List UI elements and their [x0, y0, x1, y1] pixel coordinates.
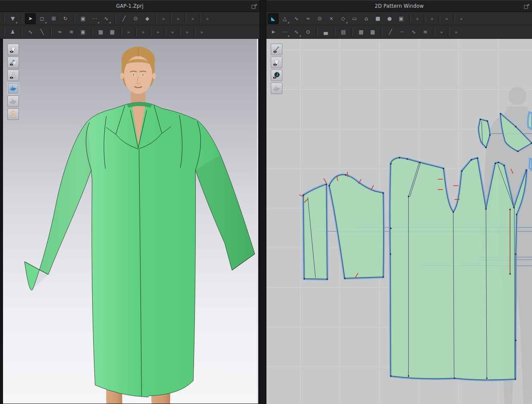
overflow-3d-1-button[interactable]: »: [160, 13, 167, 24]
show-pattern-info-button[interactable]: i: [271, 69, 282, 81]
transform-pattern-button[interactable]: ◣: [268, 13, 279, 24]
surface-textured-button[interactable]: [7, 82, 19, 94]
detect-sewing-button[interactable]: ⊙: [303, 27, 313, 38]
edit-pattern-button[interactable]: △: [279, 13, 290, 24]
show-fabric-2d-button[interactable]: [271, 82, 282, 94]
show-garment-2d-button[interactable]: [271, 57, 282, 68]
overflow-2d-3-button[interactable]: »: [443, 13, 451, 24]
surface-thickness-button[interactable]: [7, 95, 19, 107]
overflow-3d-8-button[interactable]: »: [169, 27, 176, 38]
toolbar-separator: [91, 28, 93, 36]
overflow-3d-3-button[interactable]: »: [189, 13, 197, 24]
overflow-3d-6-button[interactable]: »: [139, 27, 147, 38]
segment-basting-button[interactable]: ┄: [397, 27, 407, 38]
attach-to-avatar-button[interactable]: ⊙: [130, 13, 141, 24]
toolbar-2d-row2: ➤⋯∿⊙▄▤▦▩╱┄∿≋»»: [266, 25, 532, 39]
overflow-2d-5-button[interactable]: »: [438, 27, 445, 38]
free-sewing-button[interactable]: ∿: [291, 27, 302, 38]
overflow-2d-4-button[interactable]: »: [457, 13, 465, 24]
edit-curve-point-icon: ≈: [306, 16, 310, 21]
edit-curve-point-button[interactable]: ≈: [303, 13, 313, 24]
toolbar-separator: [185, 14, 186, 23]
polygon-button[interactable]: ⌂: [361, 13, 372, 24]
add-point-icon: ⊙: [317, 16, 322, 21]
viewport-2d[interactable]: i: [266, 39, 532, 404]
toolbar-separator: [170, 14, 172, 23]
thickness-surface-icon: [9, 97, 17, 105]
free-basting-button[interactable]: ∿: [408, 27, 419, 38]
add-point-button[interactable]: ⊙: [314, 13, 325, 24]
edit-pattern-icon: △: [283, 16, 287, 21]
basting-button[interactable]: ╱: [385, 27, 396, 38]
add-intersect-point-button[interactable]: ×: [326, 13, 337, 24]
free-sewing-icon: ∿: [294, 29, 298, 35]
toolbar-separator: [150, 28, 151, 36]
draw-style-line-button[interactable]: ≋: [66, 27, 77, 38]
show-pins-button[interactable]: [7, 57, 19, 68]
steam-garment-button[interactable]: ▤: [338, 27, 349, 38]
fold-arrangement-button[interactable]: ≋: [420, 27, 431, 38]
pane-divider[interactable]: [260, 0, 266, 404]
popout-icon-2d[interactable]: [524, 3, 529, 9]
overflow-3d-7-button[interactable]: »: [154, 27, 162, 38]
clone-garment-button[interactable]: ▣: [78, 27, 88, 38]
edit-polygon-pattern-button[interactable]: ◇: [338, 13, 348, 24]
select-move-button[interactable]: ➤: [25, 13, 36, 24]
popout-icon[interactable]: [251, 3, 257, 9]
overflow-3d-9-button[interactable]: »: [183, 27, 191, 38]
show-avatar-button[interactable]: [7, 69, 19, 81]
simulate-button[interactable]: ▼: [7, 13, 18, 24]
toolbar-separator: [21, 14, 22, 23]
overflow-2d-1-button[interactable]: »: [413, 13, 421, 24]
titlebar-3d[interactable]: GAP-1.Zprj: [0, 0, 260, 12]
overflow-3d-2-button[interactable]: »: [174, 13, 182, 24]
attach-fabric-button[interactable]: ◆: [142, 13, 153, 24]
free-basting-icon: ∿: [411, 29, 416, 35]
titlebar-2d[interactable]: 2D Pattern Window: [266, 0, 532, 12]
show-skin-button[interactable]: [7, 108, 19, 120]
pin-box-button[interactable]: ▣: [78, 13, 88, 24]
overflow-2d-6-button[interactable]: »: [452, 27, 460, 38]
pane-3d-title: GAP-1.Zprj: [116, 3, 144, 9]
pin-segment-button[interactable]: ⋯: [89, 13, 100, 24]
show-pins-2d-button[interactable]: [271, 44, 282, 55]
overflow-3d-4-button[interactable]: »: [203, 13, 211, 24]
app-window: GAP-1.Zprj ▼➤◻⊞↻▣⋯∿╱⊙◆»»»» ♟∿╲≈≋▣▦▩»»»»»…: [0, 0, 532, 404]
internal-polygon-icon: ▣: [399, 16, 404, 21]
select-box-button[interactable]: ◻: [37, 13, 47, 24]
toolbar-separator: [3, 14, 5, 23]
viewport-3d[interactable]: [3, 39, 258, 404]
pattern-piece-sleeve[interactable]: [304, 175, 384, 279]
overflow-2d-2-button[interactable]: »: [428, 13, 436, 24]
draw-garment-line-button[interactable]: ╲: [37, 27, 47, 38]
texture-2d-icon: ▩: [370, 29, 375, 35]
rectangle-button[interactable]: ■: [372, 13, 383, 24]
edit-curvature-button[interactable]: ∿: [291, 13, 302, 24]
overflow-3d-5-button[interactable]: »: [125, 27, 132, 38]
segment-sewing-button[interactable]: ⋯: [279, 27, 290, 38]
internal-polygon-button[interactable]: ▣: [396, 13, 407, 24]
edit-texture-2d-button[interactable]: ▦: [356, 27, 366, 38]
select-paste-button[interactable]: ⊞: [48, 13, 59, 24]
texture-3d-button[interactable]: ▩: [107, 27, 118, 38]
pane-2d-title: 2D Pattern Window: [375, 3, 424, 9]
iron-button[interactable]: ▄: [320, 27, 331, 38]
pin-curve-button[interactable]: ∿: [101, 13, 112, 24]
overflow-3d-10-button[interactable]: »: [198, 27, 206, 38]
toolbar-separator: [50, 28, 52, 36]
show-garment-button[interactable]: [7, 44, 19, 55]
texture-3d-icon: ▩: [110, 29, 115, 35]
edit-sewing-button[interactable]: ➤: [268, 27, 279, 38]
circle-button[interactable]: ●: [384, 13, 395, 24]
edit-texture-3d-button[interactable]: ▦: [95, 27, 106, 38]
needle-button[interactable]: ╱: [119, 13, 129, 24]
edit-style-line-button[interactable]: ≈: [54, 27, 65, 38]
edit-garment-curve-button[interactable]: ∿: [25, 27, 36, 38]
select-box-icon: ◻: [40, 16, 44, 21]
polygon-icon: ⌂: [365, 16, 368, 21]
walk-avatar-button[interactable]: ♟: [7, 27, 18, 38]
toolbar-separator: [155, 14, 157, 23]
texture-2d-button[interactable]: ▩: [367, 27, 378, 38]
unfold-rotate-button[interactable]: ↻: [60, 13, 71, 24]
trace-pattern-button[interactable]: ▭: [349, 13, 360, 24]
